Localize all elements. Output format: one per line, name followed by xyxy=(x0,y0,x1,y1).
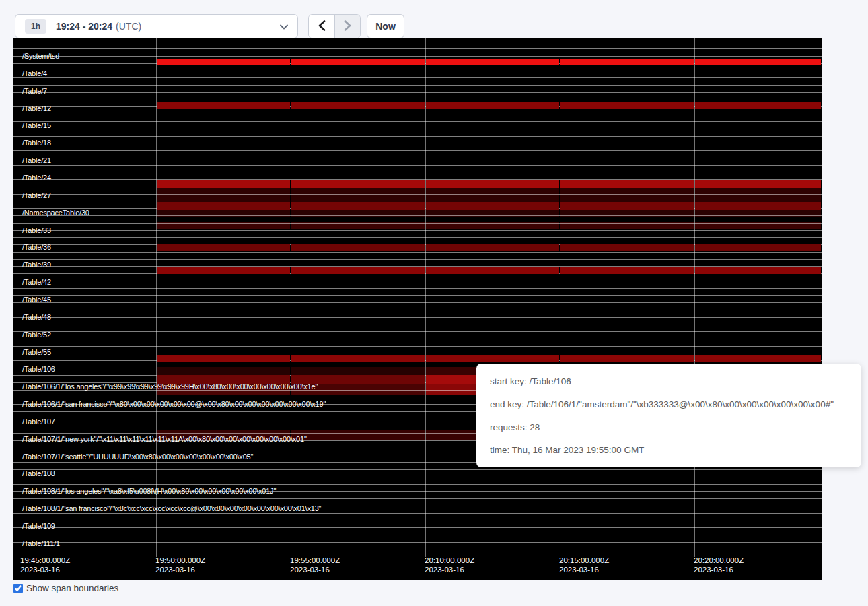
span-boundary-line xyxy=(13,150,822,151)
time-gridline xyxy=(156,38,157,557)
span-boundary-line xyxy=(13,71,822,71)
span-boundary-line xyxy=(13,288,822,289)
heat-band xyxy=(695,355,821,362)
heat-band xyxy=(560,59,694,65)
heat-region xyxy=(157,188,290,202)
row-label: /Table/55 xyxy=(22,348,51,356)
heat-band xyxy=(157,267,290,274)
axis-tick-label: 20:10:00.000Z2023-03-16 xyxy=(425,556,474,574)
span-boundary-line xyxy=(13,295,822,296)
heat-band xyxy=(426,267,559,274)
heat-band xyxy=(291,180,425,188)
heat-band xyxy=(695,202,821,210)
row-label: /Table/107 xyxy=(22,417,55,426)
now-button[interactable]: Now xyxy=(367,14,404,38)
span-boundary-line xyxy=(13,158,822,158)
axis-tick-label: 19:45:00.000Z2023-03-16 xyxy=(20,556,70,574)
tooltip-requests: requests: 28 xyxy=(490,415,852,438)
span-boundary-line xyxy=(13,129,822,129)
heat-band xyxy=(157,355,290,362)
heat-region xyxy=(157,210,290,217)
span-boundary-line xyxy=(13,259,822,260)
time-range-label: 19:24 - 20:24 xyxy=(56,21,112,32)
span-boundary-line xyxy=(13,230,822,231)
row-label: /Table/42 xyxy=(22,278,51,286)
span-boundary-line xyxy=(13,354,822,354)
heat-band xyxy=(426,59,559,65)
span-boundary-line xyxy=(13,48,822,49)
span-boundary-line xyxy=(13,513,822,514)
heat-band xyxy=(291,202,425,210)
span-boundary-line xyxy=(13,484,822,485)
heat-band xyxy=(291,59,425,65)
span-boundary-line xyxy=(13,77,822,78)
span-boundary-line xyxy=(13,549,822,549)
hover-tooltip: start key: /Table/106 end key: /Table/10… xyxy=(476,364,861,467)
row-label: /Table/24 xyxy=(22,174,51,182)
heat-band xyxy=(291,355,425,362)
chevron-down-icon xyxy=(280,20,288,32)
row-label: /Table/4 xyxy=(22,69,47,77)
heat-region xyxy=(695,210,821,217)
span-boundary-line xyxy=(13,281,822,281)
heat-band xyxy=(426,355,559,362)
heat-region xyxy=(291,430,425,440)
heat-band xyxy=(291,102,425,109)
span-boundary-line xyxy=(13,317,822,318)
show-span-boundaries-label: Show span boundaries xyxy=(26,583,118,593)
show-span-boundaries-checkbox[interactable] xyxy=(13,584,23,593)
chevron-left-icon xyxy=(318,20,326,33)
key-visualizer-heatmap[interactable]: /System/tsd/Table/4/Table/7/Table/12/Tab… xyxy=(13,38,822,580)
heat-band xyxy=(695,180,821,188)
row-label: /Table/107/1/"new york"/"\x11\x11\x11\x1… xyxy=(22,435,307,443)
span-boundary-line xyxy=(13,237,822,238)
span-boundary-line xyxy=(13,252,822,252)
heat-region xyxy=(291,210,425,217)
heat-band xyxy=(157,59,290,65)
span-boundary-line xyxy=(13,223,822,224)
heat-band xyxy=(157,102,290,109)
axis-tick-label: 19:55:00.000Z2023-03-16 xyxy=(290,556,340,574)
heat-region xyxy=(560,188,694,202)
time-range-select[interactable]: 1h 19:24 - 20:24 (UTC) xyxy=(15,14,298,38)
time-nav-group xyxy=(308,14,361,38)
row-label: /Table/106/1/"los angeles"/"\x99\x99\x99… xyxy=(22,382,318,391)
span-boundary-line xyxy=(13,172,822,172)
span-boundary-line xyxy=(13,85,822,86)
span-boundary-line xyxy=(13,194,822,195)
heat-region xyxy=(695,188,821,202)
row-label: /NamespaceTable/30 xyxy=(22,209,89,217)
heat-region xyxy=(560,210,694,217)
heat-region xyxy=(291,188,425,202)
prev-interval-button[interactable] xyxy=(309,15,334,38)
duration-badge: 1h xyxy=(25,19,46,34)
row-label: /Table/108/1/"san francisco"/"\x8c\xcc\x… xyxy=(22,504,321,512)
heat-band xyxy=(695,244,821,251)
row-label: /Table/15 xyxy=(22,121,51,129)
span-boundary-line xyxy=(13,179,822,180)
span-boundary-line xyxy=(13,302,822,303)
row-label: /System/tsd xyxy=(22,52,59,60)
span-boundary-line xyxy=(13,215,822,216)
span-boundary-line xyxy=(13,469,822,470)
heat-band xyxy=(695,267,821,274)
row-label: /Table/107/1/"seattle"/"UUUUUUD\x00\x80\… xyxy=(22,452,253,461)
row-label: /Table/33 xyxy=(22,226,51,234)
row-label: /Table/39 xyxy=(22,261,51,269)
row-label: /Table/52 xyxy=(22,331,51,339)
span-boundary-line xyxy=(13,527,822,528)
span-boundary-line xyxy=(13,121,822,122)
timezone-label: (UTC) xyxy=(116,21,141,32)
span-boundary-line xyxy=(13,114,822,114)
heat-band xyxy=(560,180,694,188)
time-gridline xyxy=(694,38,695,557)
row-label: /Table/12 xyxy=(22,104,51,112)
row-label: /Table/106 xyxy=(22,365,55,373)
span-boundary-line xyxy=(13,136,822,137)
heat-band xyxy=(426,180,559,188)
heat-region xyxy=(426,188,559,202)
heat-band xyxy=(291,267,425,274)
axis-tick-label: 20:15:00.000Z2023-03-16 xyxy=(559,556,609,574)
tooltip-time: time: Thu, 16 Mar 2023 19:55:00 GMT xyxy=(490,438,852,461)
next-interval-button[interactable] xyxy=(334,15,360,38)
